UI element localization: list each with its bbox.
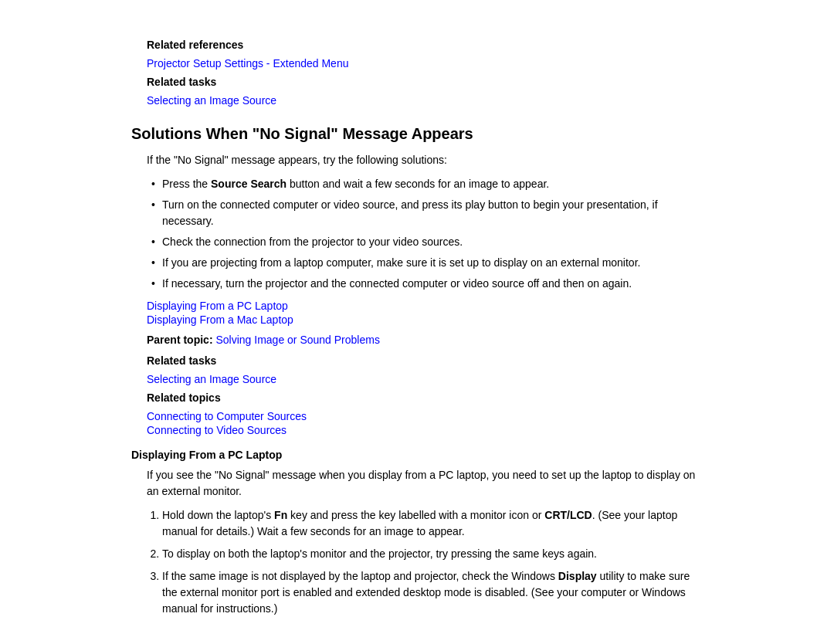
displaying-pc-laptop-link[interactable]: Displaying From a PC Laptop: [147, 300, 703, 312]
section-title: Solutions When "No Signal" Message Appea…: [131, 125, 703, 143]
step-1: Hold down the laptop's Fn key and press …: [162, 507, 703, 540]
subsection-intro: If you see the "No Signal" message when …: [147, 467, 703, 500]
related-tasks-mid-links: Selecting an Image Source: [147, 373, 703, 385]
bullet-5: If necessary, turn the projector and the…: [147, 276, 703, 292]
bullet-4: If you are projecting from a laptop comp…: [147, 255, 703, 271]
section-intro: If the "No Signal" message appears, try …: [147, 152, 703, 168]
subsection-steps: Hold down the laptop's Fn key and press …: [162, 507, 703, 617]
related-references-links: Projector Setup Settings - Extended Menu: [147, 57, 703, 69]
displaying-mac-laptop-link[interactable]: Displaying From a Mac Laptop: [147, 314, 703, 326]
subsection-title: Displaying From a PC Laptop: [131, 449, 703, 461]
step-2: To display on both the laptop's monitor …: [162, 546, 703, 562]
related-tasks-top-label: Related tasks: [147, 76, 703, 88]
related-topics-links: Connecting to Computer Sources Connectin…: [147, 410, 703, 436]
section-content: If the "No Signal" message appears, try …: [147, 152, 703, 436]
subsection-content: If you see the "No Signal" message when …: [147, 467, 703, 617]
displaying-links: Displaying From a PC Laptop Displaying F…: [147, 300, 703, 326]
selecting-image-source-top-link[interactable]: Selecting an Image Source: [147, 94, 703, 107]
connecting-computer-sources-link[interactable]: Connecting to Computer Sources: [147, 410, 703, 422]
bullet-2: Turn on the connected computer or video …: [147, 197, 703, 229]
related-references-label: Related references: [147, 39, 703, 51]
top-references-block: Related references Projector Setup Setti…: [147, 39, 703, 107]
solving-image-sound-problems-link[interactable]: Solving Image or Sound Problems: [215, 334, 379, 346]
bullet-3: Check the connection from the projector …: [147, 234, 703, 250]
parent-topic-label: Parent topic:: [147, 334, 213, 346]
related-topics-label: Related topics: [147, 391, 703, 404]
selecting-image-source-mid-link[interactable]: Selecting an Image Source: [147, 373, 703, 385]
page-container: Related references Projector Setup Setti…: [116, 0, 718, 644]
bullets-list: Press the Source Search button and wait …: [147, 176, 703, 292]
step-3: If the same image is not displayed by th…: [162, 568, 703, 617]
related-tasks-mid-label: Related tasks: [147, 354, 703, 367]
bullet-1: Press the Source Search button and wait …: [147, 176, 703, 192]
parent-topic-line: Parent topic: Solving Image or Sound Pro…: [147, 332, 703, 348]
projector-setup-settings-link[interactable]: Projector Setup Settings - Extended Menu: [147, 57, 703, 69]
related-tasks-top-links: Selecting an Image Source: [147, 94, 703, 107]
connecting-video-sources-link[interactable]: Connecting to Video Sources: [147, 424, 703, 436]
